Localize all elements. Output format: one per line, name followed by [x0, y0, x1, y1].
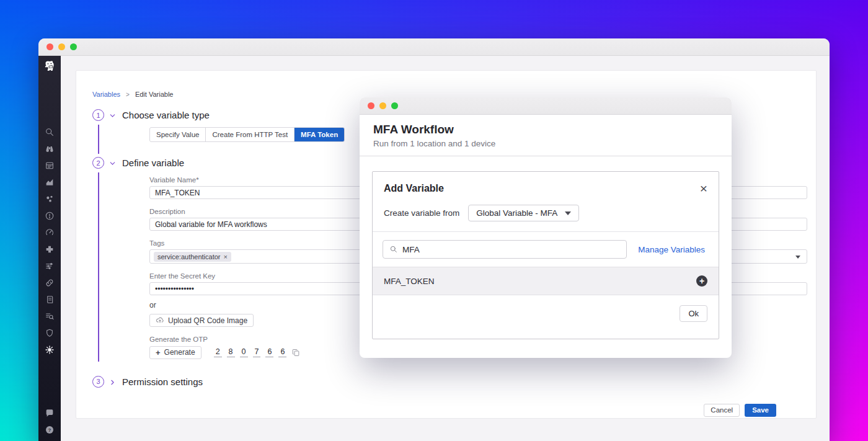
events-board-icon[interactable] [45, 161, 55, 171]
add-plus-icon[interactable]: + [696, 275, 707, 287]
add-variable-card: Add Variable × Create variable from Glob… [372, 171, 719, 339]
breadcrumb-variables-link[interactable]: Variables [92, 91, 120, 98]
app-sidebar: ? [38, 56, 61, 441]
generate-button[interactable]: + Generate [149, 346, 202, 359]
otp-digit: 6 [278, 347, 286, 357]
otp-digit: 6 [265, 347, 273, 357]
modal-traffic-lights [368, 102, 398, 109]
infrastructure-dots-icon[interactable] [45, 194, 55, 204]
help-icon[interactable]: ? [45, 425, 55, 435]
variable-result-row[interactable]: MFA_TOKEN + [373, 267, 719, 295]
watchdog-binoculars-icon[interactable] [45, 144, 55, 154]
metrics-chart-icon[interactable] [45, 177, 55, 187]
datadog-logo-icon[interactable] [42, 59, 58, 75]
tag-text: service:authenticator [157, 253, 221, 261]
support-chat-icon[interactable] [45, 408, 55, 418]
service-map-link-icon[interactable] [45, 278, 55, 288]
step-connector [98, 125, 99, 154]
create-variable-from-label: Create variable from [384, 208, 459, 218]
otp-digit: 8 [227, 347, 235, 357]
generate-label: Generate [164, 348, 195, 357]
close-window-button[interactable] [46, 43, 53, 50]
breadcrumb-current: Edit Variable [135, 91, 174, 98]
upload-qr-code-label: Upload QR Code Image [168, 316, 247, 325]
upload-qr-code-button[interactable]: Upload QR Code Image [149, 314, 254, 327]
main-page: Variables > Edit Variable 1 Choose varia… [61, 56, 830, 441]
svg-text:?: ? [48, 427, 51, 433]
breadcrumb-separator: > [126, 91, 130, 98]
tab-mfa-token[interactable]: MFA Token [294, 128, 344, 141]
tag-pill: service:authenticator × [154, 252, 231, 262]
search-icon[interactable] [45, 127, 55, 137]
minimize-window-button[interactable] [58, 43, 65, 50]
chevron-right-icon[interactable] [108, 378, 117, 389]
traffic-lights [46, 43, 77, 50]
zoom-window-button[interactable] [70, 43, 77, 50]
close-window-button[interactable] [368, 102, 374, 109]
synthetics-gear-icon[interactable] [45, 345, 55, 355]
cancel-button[interactable]: Cancel [704, 404, 740, 417]
tab-specify-value[interactable]: Specify Value [150, 128, 206, 141]
tag-remove-icon[interactable]: × [224, 253, 228, 261]
sidebar-bottom: ? [45, 408, 55, 441]
zoom-window-button[interactable] [391, 102, 398, 109]
search-icon [389, 245, 398, 254]
step-3-title: Permission settings [122, 376, 203, 387]
variable-source-dropdown[interactable]: Global Variable - MFA [468, 205, 579, 221]
security-shield-icon[interactable] [45, 328, 55, 338]
chevron-down-icon[interactable] [108, 111, 117, 122]
modal-title: MFA Workflow [373, 123, 718, 136]
chevron-down-icon[interactable] [108, 159, 117, 170]
integrations-block-icon[interactable] [45, 244, 55, 254]
dropdown-value: Global Variable - MFA [476, 208, 557, 218]
minimize-window-button[interactable] [379, 102, 386, 109]
modal-subtitle: Run from 1 location and 1 device [373, 139, 718, 148]
modal-header: MFA Workflow Run from 1 location and 1 d… [360, 115, 732, 156]
log-explorer-search-icon[interactable] [45, 311, 55, 321]
logs-notebook-icon[interactable] [45, 295, 55, 305]
manage-variables-link[interactable]: Manage Variables [638, 245, 705, 254]
variable-type-tabs: Specify Value Create From HTTP Test MFA … [149, 127, 345, 142]
step-3-number: 3 [92, 376, 104, 388]
panel-footer: Cancel Save [92, 404, 816, 417]
otp-digit: 0 [240, 347, 248, 357]
otp-digit: 7 [253, 347, 261, 357]
save-button[interactable]: Save [745, 404, 776, 417]
otp-digits: 2 8 0 7 6 6 [214, 347, 287, 357]
tab-create-from-http-test[interactable]: Create From HTTP Test [206, 128, 294, 141]
step-permission-settings: 3 Permission settings [92, 376, 816, 388]
upload-cloud-icon [156, 316, 164, 325]
step-1-title: Choose variable type [122, 110, 210, 120]
variable-search-input[interactable] [402, 245, 620, 254]
step-1-number: 1 [92, 109, 104, 121]
ok-button[interactable]: Ok [680, 305, 707, 322]
step-2-number: 2 [92, 157, 104, 169]
browser-window: ? Variables > Edit Variable 1 [38, 38, 830, 441]
variable-result-name: MFA_TOKEN [384, 277, 435, 286]
window-titlebar [38, 38, 830, 56]
apm-gauge-icon[interactable] [45, 228, 55, 238]
sidebar-nav [45, 127, 55, 355]
close-icon[interactable]: × [700, 184, 707, 194]
chevron-down-icon [565, 212, 571, 215]
monitors-alert-icon[interactable] [45, 211, 55, 221]
step-connector [98, 172, 99, 362]
plus-icon: + [156, 348, 161, 357]
copy-icon[interactable] [291, 348, 301, 357]
variable-search-box[interactable] [383, 240, 627, 259]
step-2-title: Define variable [122, 158, 184, 168]
modal-titlebar [360, 97, 732, 115]
traces-filter-icon[interactable] [45, 261, 55, 271]
mfa-workflow-window: MFA Workflow Run from 1 location and 1 d… [360, 97, 732, 358]
add-variable-title: Add Variable [384, 183, 444, 194]
tags-dropdown-caret-icon[interactable] [795, 256, 800, 259]
otp-digit: 2 [214, 347, 222, 357]
